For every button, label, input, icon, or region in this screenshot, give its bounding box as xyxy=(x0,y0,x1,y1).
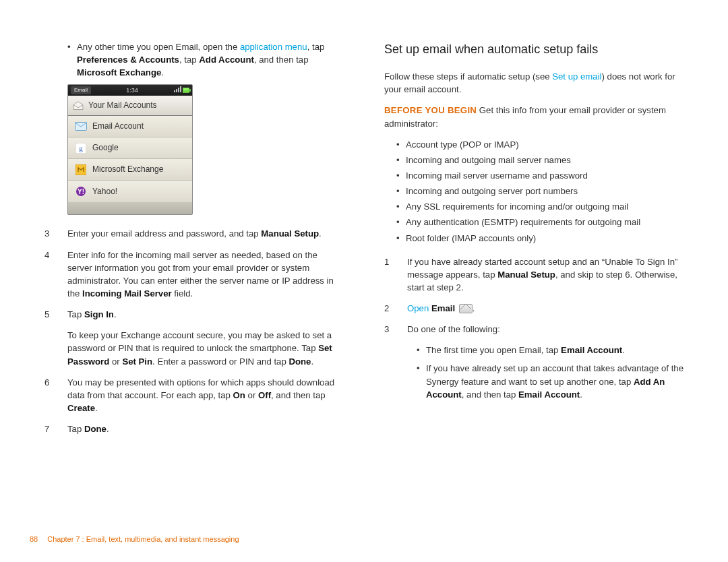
step-body: If you have already started account setu… xyxy=(407,255,684,294)
step-body: Enter your email address and password, a… xyxy=(67,227,344,240)
step-4: 4 Enter info for the incoming mail serve… xyxy=(44,249,344,301)
text: field. xyxy=(172,288,193,299)
before-you-begin: BEFORE YOU BEGIN Get this info from your… xyxy=(384,104,684,129)
bullet: Root folder (IMAP accounts only) xyxy=(396,232,684,245)
text: , and then tap xyxy=(462,389,518,400)
page-footer: 88 Chapter 7 : Email, text, multimedia, … xyxy=(30,535,239,543)
list-item: Email Account xyxy=(68,116,192,137)
set-up-email-link[interactable]: Set up email xyxy=(552,71,601,82)
intro-bullet-block: Any other time you open Email, open the … xyxy=(44,40,344,79)
status-time: 1:34 xyxy=(126,86,138,95)
text: . xyxy=(114,309,117,319)
text: , and then tap xyxy=(254,55,309,65)
step-body: Tap Done. xyxy=(67,423,344,435)
text: Tap xyxy=(67,309,84,319)
r-step-3: 3 Do one of the following: xyxy=(384,323,684,336)
svg-text:Y!: Y! xyxy=(78,188,84,195)
off-bold: Off xyxy=(258,390,271,400)
ms-exchange-bold: Microsoft Exchange xyxy=(77,67,161,77)
sign-in-bold: Sign In xyxy=(84,309,114,319)
text: Tap xyxy=(67,424,84,434)
phone-title: Your Mail Accounts xyxy=(88,100,157,111)
text: . xyxy=(580,389,582,400)
set-pin-bold: Set Pin xyxy=(122,356,152,367)
text: , tap xyxy=(307,42,325,52)
text: Enter your email address and password, a… xyxy=(67,228,261,239)
step-3: 3 Enter your email address and password,… xyxy=(44,227,344,240)
text: . Enter a password or PIN and tap xyxy=(152,356,289,367)
r-step-2: 2 Open Email . xyxy=(384,302,684,315)
bullet: Account type (POP or IMAP) xyxy=(396,138,684,151)
step-number: 4 xyxy=(44,249,67,301)
page-number: 88 xyxy=(30,535,38,543)
step-7: 7 Tap Done. xyxy=(44,423,344,435)
step-number: 3 xyxy=(384,323,407,336)
step-number: 5 xyxy=(44,308,67,368)
incoming-mail-server-bold: Incoming Mail Server xyxy=(82,288,172,299)
manual-setup-bold: Manual Setup xyxy=(261,228,319,239)
text: . xyxy=(311,356,313,367)
status-icons xyxy=(173,86,189,95)
step-number: 3 xyxy=(44,227,67,240)
list-item-label: Google xyxy=(92,142,119,154)
sub-bullet-b: If you have already set up an account th… xyxy=(417,362,684,400)
status-app-label: Email xyxy=(71,86,91,94)
signal-icon xyxy=(173,86,181,95)
email-account-bold: Email Account xyxy=(561,345,622,355)
envelope-icon xyxy=(75,121,87,132)
phone-frame: Email 1:34 Your Mail Acco xyxy=(67,84,193,215)
text: . xyxy=(107,424,109,434)
text: . xyxy=(622,345,625,355)
account-list: Email Account g Google Microsoft Exchang… xyxy=(68,116,192,202)
exchange-icon xyxy=(75,164,87,175)
text: . xyxy=(473,303,475,313)
step-number: 1 xyxy=(384,255,407,294)
google-g-icon: g xyxy=(75,143,87,154)
text: Follow these steps if automatic setup (s… xyxy=(384,71,552,82)
r-step-3-sub: The first time you open Email, tap Email… xyxy=(384,344,684,401)
list-item: Y! Yahoo! xyxy=(68,181,192,202)
text: . xyxy=(319,228,322,239)
step-body: Enter info for the incoming mail server … xyxy=(67,249,344,301)
list-item-label: Email Account xyxy=(92,121,144,132)
yahoo-icon: Y! xyxy=(75,186,87,197)
step-number: 6 xyxy=(44,376,67,414)
bullet: Incoming and outgoing server port number… xyxy=(396,185,684,197)
battery-icon xyxy=(183,88,189,93)
list-item: g Google xyxy=(68,137,192,159)
bullet: Incoming mail server username and passwo… xyxy=(396,169,684,182)
list-item-label: Microsoft Exchange xyxy=(92,164,163,175)
on-bold: On xyxy=(233,390,245,400)
prereq-bullets: Account type (POP or IMAP) Incoming and … xyxy=(384,138,684,245)
step-5: 5 Tap Sign In. To keep your Exchange acc… xyxy=(44,308,344,368)
text: . xyxy=(95,403,98,413)
step-5-line1: Tap Sign In. xyxy=(67,308,344,321)
done-bold: Done xyxy=(84,424,107,434)
phone-titlebar: Your Mail Accounts xyxy=(68,96,192,116)
step-body: You may be presented with options for wh… xyxy=(67,376,344,414)
text: . xyxy=(161,67,164,77)
list-item: Microsoft Exchange xyxy=(68,159,192,181)
step-number: 2 xyxy=(384,302,407,315)
text: , tap xyxy=(179,55,199,65)
application-menu-link[interactable]: application menu xyxy=(240,42,307,52)
phone-screenshot: Email 1:34 Your Mail Acco xyxy=(67,84,193,215)
email-account-bold: Email Account xyxy=(518,389,580,400)
right-column: Set up email when automatic setup fails … xyxy=(384,40,684,443)
step-body: Tap Sign In. To keep your Exchange accou… xyxy=(67,308,344,368)
pref-accounts-bold: Preferences & Accounts xyxy=(77,55,179,65)
add-account-bold: Add Account xyxy=(199,55,254,65)
list-item-label: Yahoo! xyxy=(92,186,117,197)
step-number: 7 xyxy=(44,423,67,435)
step-5-para2: To keep your Exchange account secure, yo… xyxy=(67,329,344,367)
before-label: BEFORE YOU BEGIN xyxy=(384,105,477,115)
text: , and then tap xyxy=(271,390,326,400)
bullet: Incoming and outgoing mail server names xyxy=(396,154,684,166)
create-bold: Create xyxy=(67,403,95,413)
text: To keep your Exchange account secure, yo… xyxy=(67,330,332,353)
step-6: 6 You may be presented with options for … xyxy=(44,376,344,414)
document-page: Any other time you open Email, open the … xyxy=(0,0,728,562)
envelope-open-icon xyxy=(72,100,84,111)
open-link[interactable]: Open xyxy=(407,303,429,313)
step-body: Do one of the following: xyxy=(407,323,684,336)
